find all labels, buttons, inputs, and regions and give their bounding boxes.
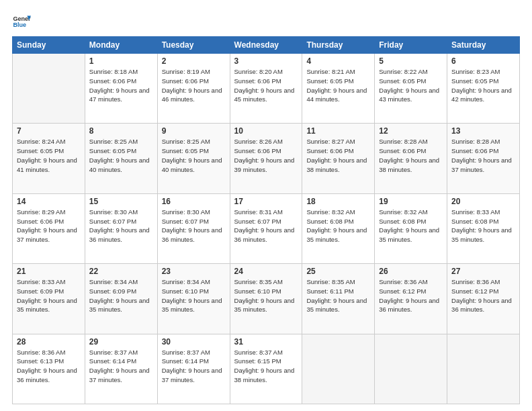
col-header-sunday: Sunday — [13, 37, 85, 54]
day-cell: 5Sunrise: 8:22 AM Sunset: 6:05 PM Daylig… — [375, 54, 447, 124]
day-cell: 18Sunrise: 8:32 AM Sunset: 6:08 PM Dayli… — [302, 193, 375, 263]
day-info: Sunrise: 8:34 AM Sunset: 6:10 PM Dayligh… — [162, 277, 226, 314]
day-number: 6 — [451, 56, 515, 66]
day-cell: 1Sunrise: 8:18 AM Sunset: 6:06 PM Daylig… — [85, 54, 157, 124]
day-info: Sunrise: 8:34 AM Sunset: 6:09 PM Dayligh… — [89, 277, 153, 314]
day-cell: 31Sunrise: 8:37 AM Sunset: 6:15 PM Dayli… — [230, 334, 302, 404]
day-cell: 10Sunrise: 8:26 AM Sunset: 6:06 PM Dayli… — [230, 124, 302, 193]
day-info: Sunrise: 8:33 AM Sunset: 6:08 PM Dayligh… — [451, 208, 515, 244]
day-cell: 19Sunrise: 8:32 AM Sunset: 6:08 PM Dayli… — [375, 193, 447, 263]
day-number: 19 — [379, 197, 443, 206]
day-cell: 12Sunrise: 8:28 AM Sunset: 6:06 PM Dayli… — [375, 124, 447, 193]
day-number: 29 — [89, 337, 153, 347]
day-info: Sunrise: 8:24 AM Sunset: 6:05 PM Dayligh… — [17, 137, 81, 174]
day-info: Sunrise: 8:23 AM Sunset: 6:05 PM Dayligh… — [451, 67, 515, 104]
day-info: Sunrise: 8:20 AM Sunset: 6:06 PM Dayligh… — [234, 67, 298, 104]
day-cell: 14Sunrise: 8:29 AM Sunset: 6:06 PM Dayli… — [13, 193, 85, 263]
day-number: 10 — [234, 126, 298, 136]
day-number: 2 — [162, 56, 226, 66]
day-number: 11 — [306, 126, 370, 136]
page: General Blue SundayMondayTuesdayWednesda… — [0, 0, 532, 411]
day-number: 18 — [306, 197, 370, 206]
day-info: Sunrise: 8:25 AM Sunset: 6:05 PM Dayligh… — [89, 137, 153, 174]
day-number: 21 — [17, 267, 81, 276]
logo: General Blue — [12, 12, 34, 31]
day-cell: 24Sunrise: 8:35 AM Sunset: 6:10 PM Dayli… — [230, 264, 302, 334]
col-header-monday: Monday — [85, 37, 157, 54]
day-cell — [375, 334, 447, 404]
day-number: 15 — [89, 197, 153, 206]
day-info: Sunrise: 8:28 AM Sunset: 6:06 PM Dayligh… — [451, 137, 515, 174]
day-info: Sunrise: 8:31 AM Sunset: 6:07 PM Dayligh… — [234, 208, 298, 244]
day-cell: 21Sunrise: 8:33 AM Sunset: 6:09 PM Dayli… — [13, 264, 85, 334]
week-row-4: 21Sunrise: 8:33 AM Sunset: 6:09 PM Dayli… — [13, 264, 520, 334]
day-info: Sunrise: 8:19 AM Sunset: 6:06 PM Dayligh… — [162, 67, 226, 104]
day-cell: 22Sunrise: 8:34 AM Sunset: 6:09 PM Dayli… — [85, 264, 157, 334]
day-cell: 20Sunrise: 8:33 AM Sunset: 6:08 PM Dayli… — [447, 193, 520, 263]
day-cell — [302, 334, 375, 404]
header: General Blue — [12, 12, 520, 31]
day-number: 27 — [451, 267, 515, 276]
day-number: 1 — [89, 56, 153, 66]
day-info: Sunrise: 8:33 AM Sunset: 6:09 PM Dayligh… — [17, 277, 81, 314]
day-cell: 15Sunrise: 8:30 AM Sunset: 6:07 PM Dayli… — [85, 193, 157, 263]
calendar-table: SundayMondayTuesdayWednesdayThursdayFrid… — [12, 36, 520, 404]
day-number: 24 — [234, 267, 298, 276]
week-row-1: 1Sunrise: 8:18 AM Sunset: 6:06 PM Daylig… — [13, 54, 520, 124]
day-cell — [447, 334, 520, 404]
day-cell: 13Sunrise: 8:28 AM Sunset: 6:06 PM Dayli… — [447, 124, 520, 193]
day-number: 5 — [379, 56, 443, 66]
day-cell: 3Sunrise: 8:20 AM Sunset: 6:06 PM Daylig… — [230, 54, 302, 124]
col-header-tuesday: Tuesday — [157, 37, 230, 54]
week-row-3: 14Sunrise: 8:29 AM Sunset: 6:06 PM Dayli… — [13, 193, 520, 263]
day-info: Sunrise: 8:30 AM Sunset: 6:07 PM Dayligh… — [89, 208, 153, 244]
week-row-2: 7Sunrise: 8:24 AM Sunset: 6:05 PM Daylig… — [13, 124, 520, 193]
header-row: SundayMondayTuesdayWednesdayThursdayFrid… — [13, 37, 520, 54]
day-number: 7 — [17, 126, 81, 136]
day-cell: 30Sunrise: 8:37 AM Sunset: 6:14 PM Dayli… — [157, 334, 230, 404]
day-cell: 7Sunrise: 8:24 AM Sunset: 6:05 PM Daylig… — [13, 124, 85, 193]
day-cell: 16Sunrise: 8:30 AM Sunset: 6:07 PM Dayli… — [157, 193, 230, 263]
day-info: Sunrise: 8:36 AM Sunset: 6:13 PM Dayligh… — [17, 348, 81, 385]
day-info: Sunrise: 8:25 AM Sunset: 6:05 PM Dayligh… — [162, 137, 226, 174]
day-info: Sunrise: 8:18 AM Sunset: 6:06 PM Dayligh… — [89, 67, 153, 104]
day-cell: 4Sunrise: 8:21 AM Sunset: 6:05 PM Daylig… — [302, 54, 375, 124]
day-info: Sunrise: 8:26 AM Sunset: 6:06 PM Dayligh… — [234, 137, 298, 174]
col-header-thursday: Thursday — [302, 37, 375, 54]
col-header-friday: Friday — [375, 37, 447, 54]
day-info: Sunrise: 8:35 AM Sunset: 6:10 PM Dayligh… — [234, 277, 298, 314]
day-cell: 11Sunrise: 8:27 AM Sunset: 6:06 PM Dayli… — [302, 124, 375, 193]
day-info: Sunrise: 8:27 AM Sunset: 6:06 PM Dayligh… — [306, 137, 370, 174]
day-number: 22 — [89, 267, 153, 276]
day-cell: 9Sunrise: 8:25 AM Sunset: 6:05 PM Daylig… — [157, 124, 230, 193]
day-number: 31 — [234, 337, 298, 347]
week-row-5: 28Sunrise: 8:36 AM Sunset: 6:13 PM Dayli… — [13, 334, 520, 404]
day-info: Sunrise: 8:29 AM Sunset: 6:06 PM Dayligh… — [17, 208, 81, 244]
day-info: Sunrise: 8:36 AM Sunset: 6:12 PM Dayligh… — [451, 277, 515, 314]
day-info: Sunrise: 8:37 AM Sunset: 6:14 PM Dayligh… — [89, 348, 153, 385]
day-cell: 27Sunrise: 8:36 AM Sunset: 6:12 PM Dayli… — [447, 264, 520, 334]
day-number: 17 — [234, 197, 298, 206]
day-info: Sunrise: 8:32 AM Sunset: 6:08 PM Dayligh… — [306, 208, 370, 244]
svg-text:Blue: Blue — [13, 21, 26, 28]
day-cell: 17Sunrise: 8:31 AM Sunset: 6:07 PM Dayli… — [230, 193, 302, 263]
day-info: Sunrise: 8:21 AM Sunset: 6:05 PM Dayligh… — [306, 67, 370, 104]
day-cell — [13, 54, 85, 124]
day-info: Sunrise: 8:28 AM Sunset: 6:06 PM Dayligh… — [379, 137, 443, 174]
day-cell: 29Sunrise: 8:37 AM Sunset: 6:14 PM Dayli… — [85, 334, 157, 404]
day-number: 8 — [89, 126, 153, 136]
day-number: 20 — [451, 197, 515, 206]
day-info: Sunrise: 8:37 AM Sunset: 6:15 PM Dayligh… — [234, 348, 298, 385]
col-header-saturday: Saturday — [447, 37, 520, 54]
day-number: 12 — [379, 126, 443, 136]
day-number: 23 — [162, 267, 226, 276]
col-header-wednesday: Wednesday — [230, 37, 302, 54]
day-number: 26 — [379, 267, 443, 276]
day-number: 4 — [306, 56, 370, 66]
day-cell: 8Sunrise: 8:25 AM Sunset: 6:05 PM Daylig… — [85, 124, 157, 193]
day-cell: 23Sunrise: 8:34 AM Sunset: 6:10 PM Dayli… — [157, 264, 230, 334]
day-info: Sunrise: 8:22 AM Sunset: 6:05 PM Dayligh… — [379, 67, 443, 104]
day-cell: 28Sunrise: 8:36 AM Sunset: 6:13 PM Dayli… — [13, 334, 85, 404]
day-number: 30 — [162, 337, 226, 347]
logo-icon: General Blue — [12, 12, 31, 31]
